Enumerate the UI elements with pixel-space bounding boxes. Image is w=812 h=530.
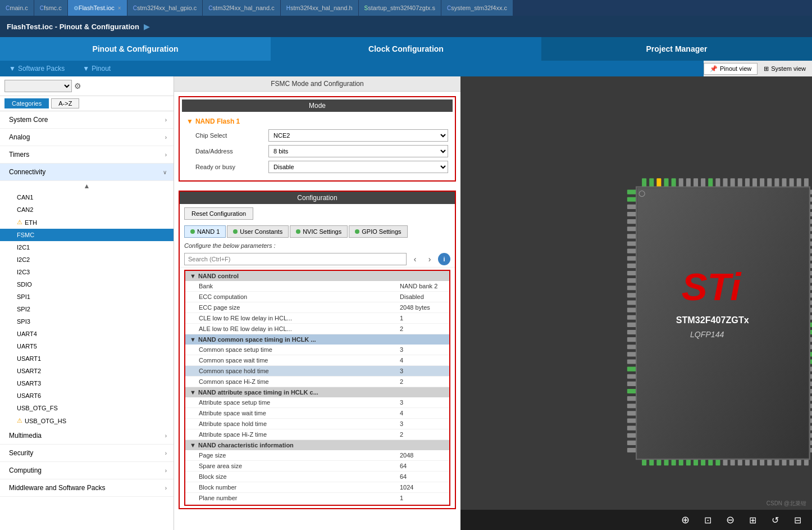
sidebar-item-can1[interactable]: CAN1 [0, 191, 174, 203]
params-search-input[interactable] [184, 253, 407, 265]
data-address-dropdown[interactable]: 8 bits16 bits [268, 145, 448, 157]
svg-rect-4 [664, 178, 668, 187]
sidebar-item-i2c3[interactable]: I2C3 [0, 266, 174, 278]
category-computing-header[interactable]: Computing › [0, 462, 174, 479]
param-ecc-page-name: ECC page size [199, 304, 400, 311]
tab-az[interactable]: A->Z [51, 98, 79, 108]
mode-section: Mode ▼ NAND Flash 1 Chip Select NCE2NCE3… [179, 96, 456, 182]
chevron-common-icon[interactable]: ▼ [190, 336, 196, 343]
chevron-nand-icon: ▼ [186, 117, 193, 125]
gear-icon[interactable]: ⚙ [74, 81, 81, 90]
sidebar-item-spi3[interactable]: SPI3 [0, 315, 174, 328]
sidebar-item-spi1[interactable]: SPI1 [0, 291, 174, 303]
nav-pinout-config[interactable]: Pinout & Configuration [0, 37, 271, 61]
search-prev-icon[interactable]: ‹ [409, 253, 421, 265]
sidebar-item-usart2[interactable]: USART2 [0, 365, 174, 377]
param-ale-low-name: ALE low to RE low delay in HCL... [199, 325, 400, 332]
config-tab-nvic-label: NVIC Settings [303, 228, 341, 235]
tab-categories[interactable]: Categories [4, 98, 49, 108]
sidebar-item-uart4[interactable]: UART4 [0, 328, 174, 340]
nav-project-manager[interactable]: Project Manager [541, 37, 812, 61]
config-tab-nand1[interactable]: NAND 1 [184, 225, 226, 238]
sidebar-item-i2c2[interactable]: I2C2 [0, 253, 174, 266]
tab-fsmc[interactable]: C fsmc.c [34, 0, 68, 16]
param-page-size: Page size 2048 [185, 450, 449, 461]
config-tab-gpio[interactable]: GPIO Settings [349, 225, 407, 238]
system-view-btn[interactable]: ⊞ System view [758, 63, 812, 75]
search-next-icon[interactable]: › [423, 253, 436, 265]
tab-startup[interactable]: S startup_stm32f407zgtx.s [359, 0, 442, 16]
sidebar-item-fsmc[interactable]: FSMC [0, 229, 174, 241]
tab-main[interactable]: C main.c [0, 0, 34, 16]
param-ale-low-value: 2 [400, 325, 445, 332]
category-system-core-header[interactable]: System Core › [0, 111, 174, 129]
param-block-size-value: 64 [400, 473, 445, 480]
zoom-in-button[interactable]: ⊕ [677, 512, 693, 528]
sub-nav-software-packs[interactable]: ▼ Software Packs [0, 61, 74, 76]
param-plane-number: Plane number 1 [185, 493, 449, 504]
tab-nand[interactable]: C stm32f4xx_hal_nand.c [203, 0, 280, 16]
config-tab-nvic[interactable]: NVIC Settings [290, 225, 348, 238]
svg-rect-27 [627, 212, 636, 216]
chevron-char-icon[interactable]: ▼ [190, 442, 196, 449]
sidebar-item-usb-otg-fs[interactable]: USB_OTG_FS [0, 402, 174, 414]
ready-busy-dropdown[interactable]: DisableEnable [268, 161, 448, 173]
nand-flash-header[interactable]: ▼ NAND Flash 1 [182, 115, 453, 128]
category-timers-header[interactable]: Timers › [0, 146, 174, 164]
sidebar-item-can2[interactable]: CAN2 [0, 203, 174, 216]
param-ecc-comp-value: Disabled [400, 293, 445, 300]
sidebar-item-usb-otg-hs[interactable]: ⚠USB_OTG_HS [0, 414, 174, 427]
svg-rect-33 [627, 256, 636, 261]
sidebar-item-uart5[interactable]: UART5 [0, 340, 174, 352]
param-plane-size-name: Plane size [199, 505, 400, 506]
sidebar-item-sdio[interactable]: SDIO [0, 278, 174, 291]
svg-rect-50 [627, 382, 636, 386]
category-analog: Analog › [0, 129, 174, 146]
category-security-header[interactable]: Security › [0, 445, 174, 462]
sidebar-item-eth[interactable]: ⚠ETH [0, 216, 174, 229]
scroll-up-btn[interactable]: ▲ [0, 181, 174, 191]
pinout-view-btn[interactable]: 📌 Pinout view [704, 63, 758, 75]
tab-flashtest[interactable]: ⚙ FlashTest.ioc × [68, 0, 127, 16]
svg-rect-2 [649, 178, 654, 187]
sidebar-item-usart1[interactable]: USART1 [0, 352, 174, 365]
export-button[interactable]: ⊞ [745, 512, 760, 528]
zoom-out-button[interactable]: ⊖ [722, 512, 738, 528]
search-dropdown[interactable] [4, 80, 72, 92]
sidebar-item-i2c1[interactable]: I2C1 [0, 241, 174, 253]
param-cs-hold-name: Common space hold time [199, 368, 400, 374]
category-multimedia-header[interactable]: Multimedia › [0, 427, 174, 445]
tab-flashtest-close[interactable]: × [118, 5, 121, 11]
group-char-info-label: NAND characteristic information [198, 442, 294, 449]
sidebar-item-spi2[interactable]: SPI2 [0, 303, 174, 315]
svg-rect-48 [627, 367, 636, 372]
category-analog-header[interactable]: Analog › [0, 129, 174, 146]
tab-nandh[interactable]: H stm32f4xx_hal_nand.h [281, 0, 359, 16]
sub-nav-pinout-label: Pinout [92, 65, 111, 73]
chevron-nand-control-icon[interactable]: ▼ [190, 273, 196, 279]
reset-config-button[interactable]: Reset Configuration [184, 207, 253, 220]
config-tab-user-constants[interactable]: User Constants [227, 225, 289, 238]
grid-button[interactable]: ⊟ [790, 512, 805, 528]
fit-screen-button[interactable]: ⊡ [700, 512, 715, 528]
tab-flashtest-label: FlashTest.ioc [79, 4, 115, 11]
svg-rect-24 [627, 190, 636, 194]
param-as-hiz-name: Attribute space Hi-Z time [199, 431, 400, 438]
svg-rect-25 [627, 197, 636, 202]
tab-gpio[interactable]: C stm32f4xx_hal_gpio.c [127, 0, 203, 16]
pinout-view-label: Pinout view [720, 65, 751, 72]
sub-nav-pinout[interactable]: ▼ Pinout [74, 61, 120, 76]
chip-select-dropdown[interactable]: NCE2NCE3NCE4 [268, 129, 448, 142]
info-icon[interactable]: i [438, 253, 450, 265]
nav-clock-config[interactable]: Clock Configuration [271, 37, 541, 61]
chevron-attr-icon[interactable]: ▼ [190, 389, 196, 396]
sidebar-item-usart6[interactable]: USART6 [0, 389, 174, 402]
category-middleware-header[interactable]: Middleware and Software Packs › [0, 479, 174, 497]
category-connectivity-header[interactable]: Connectivity ∨ [0, 164, 174, 181]
rotate-button[interactable]: ↺ [767, 512, 783, 528]
param-as-wait-name: Attribute space wait time [199, 410, 400, 416]
sidebar-item-usart3[interactable]: USART3 [0, 377, 174, 389]
config-tab-nand1-label: NAND 1 [197, 228, 220, 235]
svg-rect-32 [627, 249, 636, 253]
tab-system[interactable]: C system_stm32f4xx.c [441, 0, 513, 16]
